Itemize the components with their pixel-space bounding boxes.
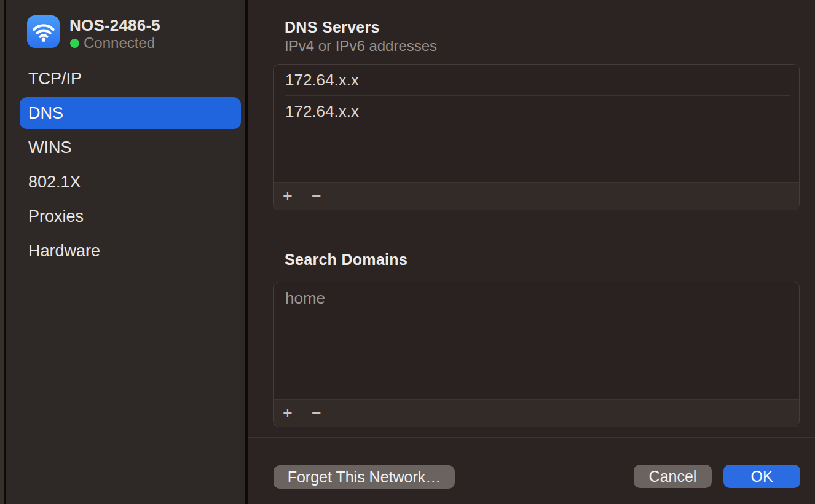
search-domain-row[interactable]: home <box>274 282 799 314</box>
add-dns-server-button[interactable]: + <box>274 183 302 210</box>
remove-search-domain-button[interactable]: − <box>302 400 331 427</box>
sidebar-item-8021x[interactable]: 802.1X <box>20 166 241 198</box>
forget-network-button[interactable]: Forget This Network… <box>274 465 455 489</box>
add-search-domain-button[interactable]: + <box>274 400 302 427</box>
network-status: Connected <box>70 34 155 52</box>
content-pane: DNS Servers IPv4 or IPv6 addresses 172.6… <box>248 0 815 504</box>
dns-server-row[interactable]: 172.64.x.x <box>274 96 799 127</box>
window-edge <box>0 0 4 504</box>
plus-icon: + <box>283 404 293 423</box>
remove-dns-server-button[interactable]: − <box>302 183 331 210</box>
dns-servers-subtitle: IPv4 or IPv6 addresses <box>285 37 437 55</box>
sidebar: NOS-2486-5 Connected TCP/IP DNS WINS 802… <box>6 0 245 504</box>
footer-divider <box>248 437 815 438</box>
plus-icon: + <box>283 187 293 206</box>
search-domains-toolbar: + − <box>274 399 799 427</box>
network-details-window: NOS-2486-5 Connected TCP/IP DNS WINS 802… <box>0 0 815 504</box>
dns-servers-listbox: 172.64.x.x 172.64.x.x + − <box>273 64 800 210</box>
dns-servers-toolbar: + − <box>274 182 799 210</box>
sidebar-item-hardware[interactable]: Hardware <box>20 235 241 267</box>
dns-servers-title: DNS Servers <box>285 18 380 36</box>
dns-server-row[interactable]: 172.64.x.x <box>274 65 799 95</box>
cancel-button[interactable]: Cancel <box>634 465 712 488</box>
network-name: NOS-2486-5 <box>69 16 160 35</box>
search-domains-listbox: home + − <box>273 282 800 427</box>
sidebar-item-wins[interactable]: WINS <box>20 132 241 163</box>
sidebar-nav: TCP/IP DNS WINS 802.1X Proxies Hardware <box>20 63 241 269</box>
connected-status-dot <box>70 39 79 48</box>
sidebar-item-proxies[interactable]: Proxies <box>20 200 241 232</box>
minus-icon: − <box>312 187 321 206</box>
sidebar-item-tcpip[interactable]: TCP/IP <box>20 63 241 95</box>
network-status-label: Connected <box>84 34 155 52</box>
dns-servers-rows: 172.64.x.x 172.64.x.x <box>274 65 799 182</box>
search-domains-rows: home <box>274 282 799 399</box>
wifi-icon <box>27 15 60 48</box>
ok-button[interactable]: OK <box>723 465 800 488</box>
sidebar-item-dns[interactable]: DNS <box>20 97 241 129</box>
minus-icon: − <box>312 404 321 423</box>
search-domains-title: Search Domains <box>285 251 408 269</box>
